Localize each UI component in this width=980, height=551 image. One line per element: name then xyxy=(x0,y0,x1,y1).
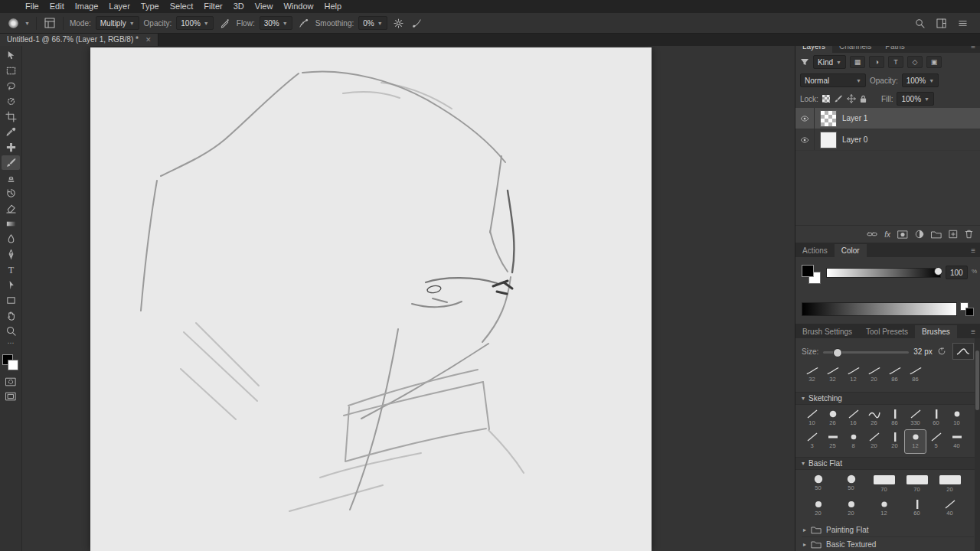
brush-preset[interactable]: 20 xyxy=(864,365,884,388)
foreground-background-swatches[interactable] xyxy=(802,265,820,283)
gear-icon[interactable] xyxy=(392,16,406,30)
brush-preset[interactable]: 25 xyxy=(822,430,843,453)
k-slider-knob[interactable] xyxy=(934,267,942,276)
tool-rectangular-marquee[interactable] xyxy=(2,64,20,78)
menu-filter[interactable]: Filter xyxy=(198,0,227,13)
layer-row[interactable]: Layer 0 xyxy=(795,129,980,151)
brush-preset[interactable]: 20 xyxy=(933,472,966,497)
menu-window[interactable]: Window xyxy=(278,0,318,13)
brush-preset[interactable]: 10 xyxy=(946,407,967,430)
kind-filter-select[interactable]: Kind▼ xyxy=(813,55,846,69)
adjustment-layer-icon[interactable] xyxy=(915,230,924,239)
scrollbar[interactable] xyxy=(975,338,980,551)
brush-group-basic-textured[interactable]: ▸Basic Textured xyxy=(802,537,974,551)
menu-file[interactable]: File xyxy=(20,0,44,13)
brush-group-painting-flat[interactable]: ▸Painting Flat xyxy=(802,523,974,537)
brush-preset[interactable]: 20 xyxy=(864,430,884,453)
brush-preset[interactable]: 60 xyxy=(900,497,933,523)
reset-size-icon[interactable] xyxy=(937,347,946,356)
black-swatch[interactable] xyxy=(965,308,974,316)
new-group-icon[interactable] xyxy=(931,230,942,239)
tool-eyedropper[interactable] xyxy=(2,125,20,139)
tool-rectangle[interactable] xyxy=(2,293,20,308)
layer-visibility-eye-icon[interactable] xyxy=(795,129,815,150)
layer-opacity-select[interactable]: 100%▼ xyxy=(902,73,939,87)
brush-preset[interactable]: 20 xyxy=(835,497,867,523)
brush-preset[interactable]: 32 xyxy=(822,365,843,388)
menu-layer[interactable]: Layer xyxy=(103,0,136,13)
tool-pen[interactable] xyxy=(2,247,20,262)
tool-gradient[interactable] xyxy=(2,217,20,231)
brush-preset[interactable]: 20 xyxy=(802,497,835,523)
delete-layer-icon[interactable] xyxy=(965,230,973,239)
layer-effects-icon[interactable]: fx xyxy=(884,230,890,239)
brush-preset[interactable]: 50 xyxy=(835,472,867,497)
brush-preset[interactable]: 26 xyxy=(822,407,843,430)
opacity-select[interactable]: 100%▼ xyxy=(176,16,214,30)
brush-preset[interactable]: 12 xyxy=(867,497,900,523)
k-slider[interactable] xyxy=(826,268,941,278)
tool-eraser[interactable] xyxy=(2,201,20,216)
tool-spot-healing[interactable] xyxy=(2,140,20,155)
link-layers-icon[interactable] xyxy=(867,230,877,238)
brush-preset[interactable]: 50 xyxy=(802,472,835,497)
filter-shape-layers-icon[interactable]: ◇ xyxy=(907,56,923,68)
filter-type-layers-icon[interactable]: T xyxy=(888,56,903,68)
blend-mode-select[interactable]: Normal▼ xyxy=(800,73,866,87)
brushes-panel-menu-icon[interactable]: ≡ xyxy=(971,325,980,338)
brush-preset[interactable]: 70 xyxy=(867,472,900,497)
brush-preset[interactable]: 60 xyxy=(926,407,946,430)
menu-view[interactable]: View xyxy=(250,0,279,13)
ramp-default-swatches[interactable] xyxy=(960,302,974,316)
background-color[interactable] xyxy=(8,360,18,370)
scrollbar-thumb[interactable] xyxy=(975,350,979,410)
new-layer-icon[interactable] xyxy=(949,230,958,239)
brush-preset[interactable]: 8 xyxy=(843,430,864,453)
filter-adjustment-layers-icon[interactable]: ◑ xyxy=(869,56,884,68)
size-slider-knob[interactable] xyxy=(833,348,842,357)
brush-preset[interactable]: 40 xyxy=(946,430,967,453)
lock-transparency-icon[interactable] xyxy=(822,95,830,103)
foreground-color-swatch[interactable] xyxy=(802,265,814,277)
filter-icon[interactable] xyxy=(800,58,809,66)
tool-zoom[interactable] xyxy=(2,324,20,338)
quick-mask-icon[interactable] xyxy=(5,377,16,386)
brush-preset[interactable]: 86 xyxy=(884,365,905,388)
search-icon[interactable] xyxy=(913,16,926,30)
canvas[interactable] xyxy=(90,47,652,551)
filter-smart-objects-icon[interactable]: ▣ xyxy=(926,56,942,68)
lock-paint-icon[interactable] xyxy=(834,94,843,103)
menu-help[interactable]: Help xyxy=(319,0,348,13)
tool-brush[interactable] xyxy=(2,155,20,170)
stroke-preview-icon[interactable] xyxy=(952,343,974,360)
brush-preset[interactable]: 86 xyxy=(884,407,905,430)
color-swatches[interactable] xyxy=(2,354,19,371)
brushes-tab-tool-presets[interactable]: Tool Presets xyxy=(859,325,915,338)
brush-group-header-sketching[interactable]: ▾Sketching xyxy=(795,392,980,405)
brush-preset[interactable]: 3 xyxy=(802,430,822,453)
brushes-tab-brush-settings[interactable]: Brush Settings xyxy=(795,325,859,338)
fill-select[interactable]: 100%▼ xyxy=(897,92,934,106)
grayscale-ramp[interactable] xyxy=(802,302,957,316)
menu-type[interactable]: Type xyxy=(136,0,165,13)
brush-preset[interactable]: 10 xyxy=(802,407,822,430)
add-mask-icon[interactable] xyxy=(897,230,908,239)
layer-visibility-eye-icon[interactable] xyxy=(795,108,815,129)
filter-pixel-layers-icon[interactable]: ▦ xyxy=(850,56,865,68)
layer-thumbnail[interactable] xyxy=(820,132,837,148)
color-tab-actions[interactable]: Actions xyxy=(795,244,835,257)
menu-edit[interactable]: Edit xyxy=(44,0,70,13)
tool-path-selection[interactable] xyxy=(2,278,20,292)
pressure-size-icon[interactable] xyxy=(410,16,424,30)
menu-image[interactable]: Image xyxy=(70,0,104,13)
brush-preset[interactable]: 16 xyxy=(843,407,864,430)
layer-row[interactable]: Layer 1 xyxy=(795,108,980,129)
tool-hand[interactable] xyxy=(2,308,20,323)
mode-select[interactable]: Multiply▼ xyxy=(96,16,139,30)
panel-options-icon[interactable] xyxy=(956,16,969,30)
brush-preset[interactable]: 86 xyxy=(905,365,926,388)
pressure-opacity-icon[interactable] xyxy=(218,16,232,30)
brush-preset[interactable]: 26 xyxy=(864,407,884,430)
workspace-switcher-icon[interactable] xyxy=(934,16,948,30)
brush-preset[interactable]: 70 xyxy=(900,472,933,497)
